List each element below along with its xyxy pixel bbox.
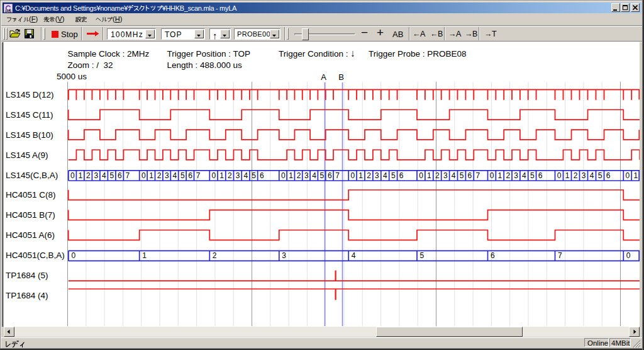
svg-text:6: 6 [399, 171, 404, 180]
svg-text:0: 0 [71, 251, 75, 260]
svg-text:0: 0 [490, 171, 494, 180]
svg-text:0: 0 [626, 251, 631, 260]
svg-text:HC4051(C,B,A): HC4051(C,B,A) [6, 251, 65, 260]
svg-text:3: 3 [375, 171, 379, 180]
svg-text:1: 1 [633, 171, 638, 180]
svg-text:0: 0 [70, 171, 75, 180]
svg-text:TP1684 (5): TP1684 (5) [6, 271, 48, 280]
svg-text:6: 6 [188, 171, 192, 180]
svg-text:4: 4 [522, 171, 526, 180]
svg-text:1: 1 [142, 251, 147, 260]
svg-text:2: 2 [435, 171, 440, 180]
svg-text:LS145 B(10): LS145 B(10) [6, 130, 53, 140]
svg-text:LS145 A(9): LS145 A(9) [6, 150, 48, 160]
svg-text:0: 0 [212, 171, 216, 180]
svg-text:5: 5 [530, 171, 535, 180]
svg-text:5000 us: 5000 us [57, 72, 87, 81]
svg-text:A: A [321, 72, 326, 82]
svg-text:LS145 C(11): LS145 C(11) [6, 110, 53, 120]
svg-text:LS145 D(12): LS145 D(12) [6, 90, 54, 99]
svg-text:Trigger Condition : ↓: Trigger Condition : ↓ [279, 48, 355, 59]
svg-text:2: 2 [228, 171, 232, 180]
svg-text:7: 7 [196, 171, 201, 180]
svg-text:1: 1 [358, 171, 363, 180]
svg-text:3: 3 [282, 251, 286, 260]
svg-text:4: 4 [452, 171, 456, 180]
svg-text:1: 1 [149, 171, 153, 180]
svg-text:7: 7 [335, 171, 340, 180]
svg-text:Sample Clock : 2MHz: Sample Clock : 2MHz [68, 49, 150, 59]
svg-text:4: 4 [173, 171, 177, 180]
svg-text:6: 6 [328, 171, 332, 180]
svg-text:6: 6 [468, 171, 472, 180]
svg-text:HC4051 B(7): HC4051 B(7) [6, 210, 55, 220]
svg-text:2: 2 [157, 171, 162, 180]
svg-text:5: 5 [598, 171, 602, 180]
svg-text:3: 3 [94, 171, 99, 180]
svg-text:0: 0 [350, 171, 355, 180]
svg-text:2: 2 [297, 171, 301, 180]
svg-text:1: 1 [219, 171, 224, 180]
svg-text:6: 6 [491, 251, 495, 260]
svg-text:Zoom : / 32: Zoom : / 32 [68, 60, 113, 70]
svg-text:6: 6 [118, 171, 122, 180]
svg-text:0: 0 [281, 171, 286, 180]
svg-text:2: 2 [367, 171, 371, 180]
svg-text:0: 0 [419, 171, 423, 180]
svg-text:7: 7 [126, 171, 130, 180]
svg-text:6: 6 [606, 171, 611, 180]
svg-text:4: 4 [312, 171, 316, 180]
svg-text:5: 5 [110, 171, 114, 180]
svg-text:5: 5 [252, 171, 256, 180]
svg-text:5: 5 [320, 171, 325, 180]
svg-text:0: 0 [626, 171, 630, 180]
svg-text:2: 2 [86, 171, 91, 180]
svg-text:HC4051 C(8): HC4051 C(8) [6, 190, 56, 200]
svg-text:5: 5 [420, 251, 425, 260]
svg-text:2: 2 [574, 171, 578, 180]
svg-text:2: 2 [213, 251, 217, 260]
svg-text:6: 6 [260, 171, 264, 180]
svg-text:1: 1 [289, 171, 293, 180]
svg-text:3: 3 [443, 171, 448, 180]
svg-text:7: 7 [558, 251, 562, 260]
svg-text:7: 7 [476, 171, 480, 180]
svg-text:Trigger Probe : PROBE08: Trigger Probe : PROBE08 [369, 49, 467, 59]
svg-text:3: 3 [236, 171, 240, 180]
svg-text:1: 1 [427, 171, 431, 180]
svg-text:4: 4 [352, 251, 356, 260]
svg-text:2: 2 [506, 171, 510, 180]
svg-text:3: 3 [514, 171, 518, 180]
svg-text:3: 3 [304, 171, 309, 180]
svg-text:4: 4 [102, 171, 106, 180]
svg-text:1: 1 [565, 171, 570, 180]
svg-text:TP1684 (4): TP1684 (4) [6, 291, 48, 300]
svg-text:4: 4 [383, 171, 387, 180]
svg-text:LS145(C,B,A): LS145(C,B,A) [6, 171, 58, 180]
svg-text:Trigger Position : TOP: Trigger Position : TOP [167, 49, 251, 59]
svg-text:1: 1 [79, 171, 83, 180]
svg-text:3: 3 [165, 171, 169, 180]
svg-text:B: B [338, 72, 344, 82]
svg-text:5: 5 [460, 171, 464, 180]
svg-text:6: 6 [538, 171, 543, 180]
svg-text:5: 5 [180, 171, 185, 180]
svg-text:HC4051 A(6): HC4051 A(6) [6, 230, 55, 240]
svg-text:0: 0 [142, 171, 146, 180]
svg-text:4: 4 [243, 171, 248, 180]
svg-text:3: 3 [582, 171, 586, 180]
svg-text:5: 5 [391, 171, 396, 180]
svg-text:4: 4 [590, 171, 594, 180]
svg-text:Length : 488.000 us: Length : 488.000 us [167, 60, 243, 70]
svg-text:1: 1 [498, 171, 502, 180]
svg-text:MyLA: MyLA [4, 9, 12, 13]
svg-text:0: 0 [557, 171, 562, 180]
